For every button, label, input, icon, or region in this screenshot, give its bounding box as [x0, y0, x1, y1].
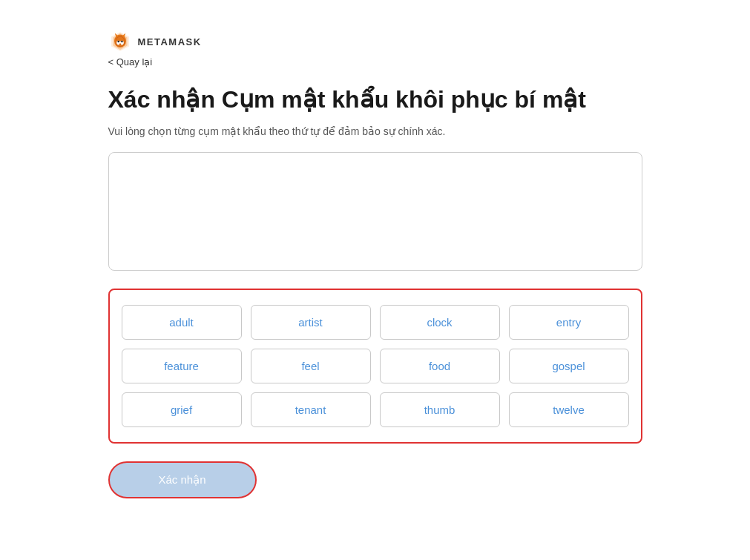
word-chip[interactable]: food — [380, 349, 500, 383]
svg-point-11 — [117, 41, 119, 42]
word-chip[interactable]: feel — [251, 349, 371, 383]
word-grid-container: adultartistclockentryfeaturefeelfoodgosp… — [108, 289, 642, 444]
back-link[interactable]: < Quay lại — [108, 56, 153, 67]
header: METAMASK < Quay lại — [108, 30, 642, 79]
word-chip[interactable]: thumb — [380, 392, 500, 427]
svg-point-13 — [119, 43, 120, 45]
page-subtitle: Vui lòng chọn từng cụm mật khẩu theo thứ… — [108, 125, 642, 137]
svg-point-12 — [121, 41, 122, 42]
word-chip[interactable]: adult — [122, 305, 242, 340]
word-chip[interactable]: gospel — [509, 349, 629, 383]
word-chip[interactable]: tenant — [251, 392, 371, 427]
word-chip[interactable]: clock — [380, 305, 500, 340]
confirm-button[interactable]: Xác nhận — [108, 461, 257, 498]
seed-display-area — [108, 152, 642, 271]
logo-row: METAMASK — [108, 30, 202, 53]
word-chip[interactable]: grief — [122, 392, 242, 427]
word-chip[interactable]: twelve — [509, 392, 629, 427]
metamask-logo-icon — [108, 30, 132, 53]
page-title: Xác nhận Cụm mật khẩu khôi phục bí mật — [108, 85, 642, 113]
logo-text: METAMASK — [138, 36, 202, 47]
word-chip[interactable]: entry — [509, 305, 629, 340]
word-grid: adultartistclockentryfeaturefeelfoodgosp… — [122, 305, 629, 427]
word-chip[interactable]: artist — [251, 305, 371, 340]
word-chip[interactable]: feature — [122, 349, 242, 383]
